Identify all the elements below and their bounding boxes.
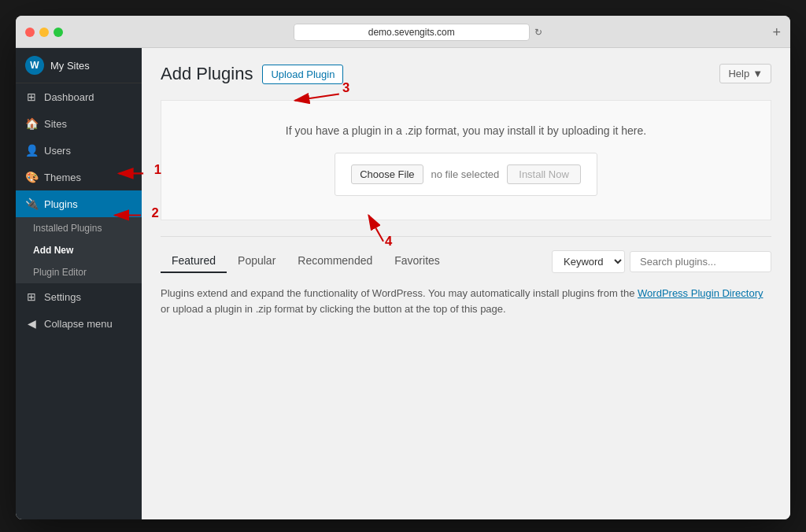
tab-recommended[interactable]: Recommended	[287, 249, 383, 273]
dashboard-icon: ⊞	[25, 91, 38, 103]
search-filter-select[interactable]: Keyword	[552, 250, 625, 273]
my-sites-label: My Sites	[50, 60, 90, 72]
tabs-row: Featured Popular Recommended Favorites K…	[161, 249, 771, 273]
sidebar-item-dashboard[interactable]: ⊞ Dashboard	[16, 83, 142, 110]
settings-icon: ⊞	[25, 290, 38, 303]
sidebar-item-settings[interactable]: ⊞ Settings	[16, 283, 142, 310]
sidebar-item-add-new[interactable]: Add New	[16, 239, 142, 261]
sidebar-item-plugin-editor[interactable]: Plugin Editor	[16, 261, 142, 283]
upload-plugin-button[interactable]: Upload Plugin	[262, 65, 343, 84]
search-row: Keyword	[552, 250, 771, 273]
tab-featured[interactable]: Featured	[161, 249, 227, 273]
url-input[interactable]: demo.sevengits.com	[294, 24, 530, 41]
plugin-directory-link[interactable]: WordPress Plugin Directory	[638, 287, 763, 299]
new-tab-button[interactable]: +	[772, 25, 781, 39]
tabs-list: Featured Popular Recommended Favorites	[161, 249, 451, 273]
collapse-icon: ◀	[25, 317, 38, 330]
install-now-button[interactable]: Install Now	[507, 164, 581, 184]
sidebar-item-label: Dashboard	[44, 91, 94, 103]
sidebar-item-label: Themes	[44, 172, 81, 183]
search-input[interactable]	[630, 251, 771, 272]
file-upload-box: Choose File no file selected Install Now	[335, 153, 597, 196]
sidebar: W My Sites ⊞ Dashboard 🏠 Sites 👤 Users 🎨…	[16, 48, 142, 519]
sidebar-item-collapse[interactable]: ◀ Collapse menu	[16, 310, 142, 337]
sidebar-item-themes[interactable]: 🎨 Themes	[16, 164, 142, 190]
users-icon: 👤	[25, 144, 38, 157]
traffic-light-red[interactable]	[25, 28, 35, 37]
upload-description: If you have a plugin in a .zip format, y…	[185, 124, 747, 137]
reload-icon[interactable]: ↻	[534, 27, 542, 38]
sidebar-item-plugins[interactable]: 🔌 Plugins	[16, 190, 142, 217]
tab-popular[interactable]: Popular	[227, 249, 287, 273]
sidebar-item-sites[interactable]: 🏠 Sites	[16, 110, 142, 137]
upload-section: If you have a plugin in a .zip format, y…	[161, 100, 771, 220]
plugins-submenu: Installed Plugins Add New Plugin Editor	[16, 217, 142, 283]
browser-window: demo.sevengits.com ↻ + W My Sites ⊞ Dash…	[16, 16, 790, 519]
traffic-light-yellow[interactable]	[39, 28, 49, 37]
help-button[interactable]: Help ▼	[719, 64, 771, 83]
themes-icon: 🎨	[25, 171, 38, 183]
traffic-light-green[interactable]	[54, 28, 63, 37]
sidebar-item-label: Collapse menu	[44, 318, 113, 330]
traffic-lights	[25, 28, 63, 37]
add-new-label: Add New	[33, 245, 73, 256]
sidebar-item-installed-plugins[interactable]: Installed Plugins	[16, 217, 142, 239]
installed-plugins-label: Installed Plugins	[33, 223, 102, 234]
sidebar-item-label: Plugins	[44, 198, 78, 210]
browser-content: W My Sites ⊞ Dashboard 🏠 Sites 👤 Users 🎨…	[16, 48, 790, 519]
sidebar-item-label: Sites	[44, 118, 67, 130]
choose-file-button[interactable]: Choose File	[351, 164, 423, 184]
sidebar-item-label: Users	[44, 145, 71, 157]
tabs-section: Featured Popular Recommended Favorites K…	[161, 236, 771, 316]
tab-description: Plugins extend and expand the functional…	[161, 286, 771, 316]
sidebar-item-label: Settings	[44, 291, 81, 303]
svg-text:2: 2	[152, 205, 159, 220]
address-bar: demo.sevengits.com ↻	[71, 24, 764, 41]
no-file-text: no file selected	[431, 168, 500, 180]
sidebar-item-users[interactable]: 👤 Users	[16, 137, 142, 164]
main-content: Help ▼ Add Plugins Upload Plugin If you …	[142, 48, 790, 519]
sites-icon: 🏠	[25, 117, 38, 130]
sidebar-header: W My Sites	[16, 48, 142, 83]
plugin-editor-label: Plugin Editor	[33, 267, 87, 278]
page-header: Add Plugins Upload Plugin	[161, 64, 771, 84]
wordpress-logo: W	[25, 56, 44, 75]
tab-favorites[interactable]: Favorites	[383, 249, 451, 273]
plugins-icon: 🔌	[25, 198, 38, 210]
page-title: Add Plugins	[161, 64, 253, 84]
browser-chrome: demo.sevengits.com ↻ +	[16, 16, 790, 48]
